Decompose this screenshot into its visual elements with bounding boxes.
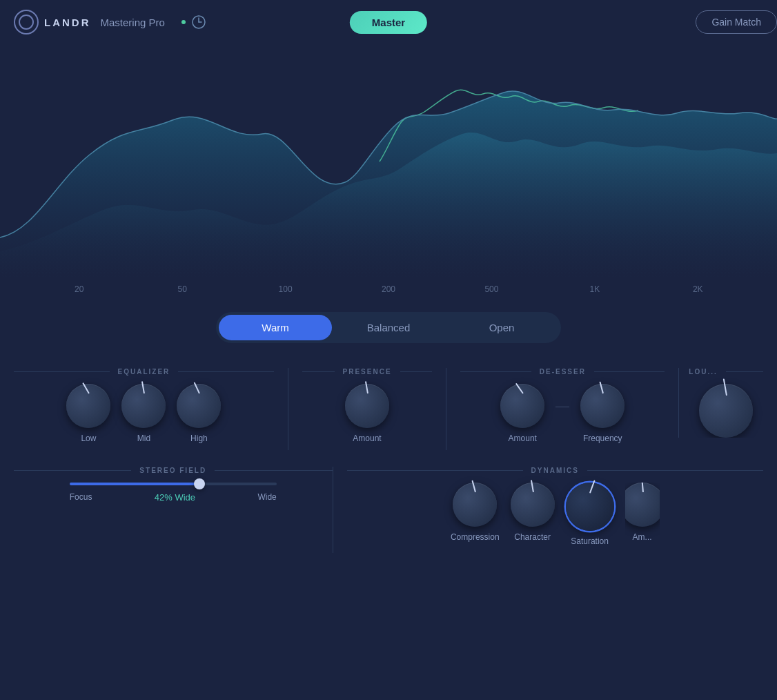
master-button[interactable]: Master: [350, 11, 427, 34]
loudness-label: LOU...: [689, 368, 725, 376]
dynamics-character-group: Character: [511, 483, 555, 546]
stereo-wide-label: Wide: [257, 492, 276, 503]
dynamics-amount-group: Am...: [625, 483, 660, 546]
dynamics-character-knob[interactable]: [511, 483, 555, 527]
freq-20: 20: [28, 284, 130, 294]
eq-low-group: Low: [66, 384, 110, 443]
de-esser-frequency-label: Frequency: [583, 434, 622, 443]
header: LANDR Mastering Pro Master Gain Match: [0, 0, 777, 44]
dynamics-character-label: Character: [514, 532, 551, 542]
frequency-labels: 20 50 100 200 500 1K 2K: [0, 279, 777, 300]
dynamics-compression-knob[interactable]: [453, 483, 497, 527]
clock-icon: [191, 14, 206, 30]
de-esser-amount-group: Amount: [500, 384, 544, 443]
dynamics-amount-label: Am...: [633, 532, 652, 542]
style-open-button[interactable]: Open: [445, 315, 558, 340]
eq-mid-label: Mid: [137, 434, 150, 443]
dynamics-saturation-label: Saturation: [571, 536, 609, 546]
de-esser-frequency-knob[interactable]: [580, 384, 624, 428]
style-balanced-button[interactable]: Balanced: [332, 315, 445, 340]
de-esser-section: DE-ESSER Amount Freque: [446, 368, 678, 450]
de-esser-amount-knob[interactable]: [500, 384, 544, 428]
freq-100: 100: [234, 284, 337, 294]
logo-icon: [14, 10, 39, 35]
freq-200: 200: [337, 284, 440, 294]
eq-low-label: Low: [81, 434, 96, 443]
loudness-section: LOU...: [678, 368, 763, 438]
status-dot: [181, 20, 186, 24]
stereo-slider-track[interactable]: [70, 483, 277, 485]
stereo-slider-labels: Focus 42% Wide Wide: [70, 492, 277, 503]
equalizer-section: EQUALIZER Low Mid: [14, 368, 288, 450]
presence-section: PRESENCE Amount: [288, 368, 446, 450]
eq-low-knob[interactable]: [66, 384, 110, 428]
clock-area: [181, 14, 206, 30]
dynamics-saturation-knob[interactable]: [566, 483, 614, 531]
freq-50: 50: [130, 284, 233, 294]
freq-1k: 1K: [543, 284, 646, 294]
dynamics-section: DYNAMICS Compression Character: [333, 467, 764, 553]
dynamics-label: DYNAMICS: [523, 467, 587, 474]
presence-amount-knob[interactable]: [345, 384, 389, 428]
waveform-display: [0, 44, 777, 279]
stereo-slider-thumb[interactable]: [194, 478, 205, 489]
eq-high-label: High: [190, 434, 208, 443]
dynamics-amount-knob[interactable]: [625, 483, 660, 527]
stereo-field-label: STEREO FIELD: [131, 467, 215, 474]
stereo-slider-fill: [70, 483, 198, 485]
equalizer-label: EQUALIZER: [110, 368, 179, 376]
freq-500: 500: [440, 284, 543, 294]
stereo-field-section: STEREO FIELD Focus 42% Wide Wide: [14, 467, 333, 503]
eq-mid-group: Mid: [121, 384, 166, 443]
presence-amount-group: Amount: [345, 384, 389, 443]
presence-label: PRESENCE: [335, 368, 400, 376]
eq-high-group: High: [177, 384, 221, 443]
style-warm-button[interactable]: Warm: [219, 315, 332, 340]
eq-mid-knob[interactable]: [121, 384, 166, 428]
brand-name: LANDR: [44, 17, 91, 28]
stereo-slider-container: Focus 42% Wide Wide: [14, 483, 333, 503]
stereo-focus-label: Focus: [70, 492, 92, 503]
dynamics-compression-group: Compression: [451, 483, 500, 546]
style-selector: Warm Balanced Open: [216, 312, 561, 343]
freq-2k: 2K: [647, 284, 749, 294]
gain-match-button[interactable]: Gain Match: [696, 10, 777, 34]
stereo-value: 42% Wide: [155, 492, 195, 503]
loudness-knob[interactable]: [699, 384, 753, 438]
dynamics-saturation-group: Saturation: [566, 483, 614, 546]
dynamics-compression-label: Compression: [451, 532, 500, 542]
de-esser-freq-group: Frequency: [580, 384, 624, 443]
eq-high-knob[interactable]: [177, 384, 221, 428]
de-esser-amount-label: Amount: [509, 434, 537, 443]
presence-amount-label: Amount: [353, 434, 381, 443]
app-title: Mastering Pro: [101, 17, 165, 28]
